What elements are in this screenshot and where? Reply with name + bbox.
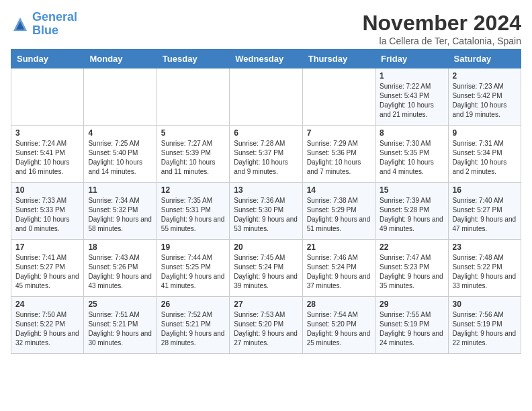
day-number: 26	[161, 300, 225, 309]
day-info: Sunrise: 7:22 AM Sunset: 5:43 PM Dayligh…	[380, 82, 443, 120]
calendar-cell: 28Sunrise: 7:54 AM Sunset: 5:20 PM Dayli…	[302, 297, 375, 354]
day-number: 6	[234, 128, 298, 138]
day-info: Sunrise: 7:51 AM Sunset: 5:21 PM Dayligh…	[88, 310, 152, 348]
day-info: Sunrise: 7:45 AM Sunset: 5:24 PM Dayligh…	[234, 253, 298, 291]
calendar-cell: 2Sunrise: 7:23 AM Sunset: 5:42 PM Daylig…	[448, 68, 521, 126]
calendar-cell: 20Sunrise: 7:45 AM Sunset: 5:24 PM Dayli…	[230, 240, 302, 297]
day-number: 16	[453, 185, 517, 195]
calendar-cell: 5Sunrise: 7:27 AM Sunset: 5:39 PM Daylig…	[157, 126, 229, 183]
day-number: 13	[234, 185, 298, 195]
day-info: Sunrise: 7:25 AM Sunset: 5:40 PM Dayligh…	[88, 139, 152, 177]
day-number: 30	[453, 300, 517, 309]
calendar-title: November 2024	[362, 11, 521, 36]
day-info: Sunrise: 7:30 AM Sunset: 5:35 PM Dayligh…	[380, 139, 443, 177]
calendar-cell: 18Sunrise: 7:43 AM Sunset: 5:26 PM Dayli…	[84, 240, 157, 297]
calendar-cell: 9Sunrise: 7:31 AM Sunset: 5:34 PM Daylig…	[448, 126, 521, 183]
calendar-subtitle: la Cellera de Ter, Catalonia, Spain	[362, 36, 521, 46]
logo-icon	[11, 15, 30, 34]
calendar-week-3: 10Sunrise: 7:33 AM Sunset: 5:33 PM Dayli…	[11, 183, 521, 240]
day-number: 2	[453, 71, 517, 81]
calendar-header: Sunday Monday Tuesday Wednesday Thursday…	[11, 50, 521, 68]
day-number: 23	[453, 242, 517, 252]
calendar-cell: 10Sunrise: 7:33 AM Sunset: 5:33 PM Dayli…	[11, 183, 84, 240]
day-info: Sunrise: 7:39 AM Sunset: 5:28 PM Dayligh…	[380, 196, 443, 234]
day-info: Sunrise: 7:27 AM Sunset: 5:39 PM Dayligh…	[161, 139, 225, 177]
day-info: Sunrise: 7:54 AM Sunset: 5:20 PM Dayligh…	[307, 310, 371, 348]
calendar-cell: 4Sunrise: 7:25 AM Sunset: 5:40 PM Daylig…	[84, 126, 157, 183]
day-info: Sunrise: 7:35 AM Sunset: 5:31 PM Dayligh…	[161, 196, 225, 234]
calendar-cell: 25Sunrise: 7:51 AM Sunset: 5:21 PM Dayli…	[84, 297, 157, 354]
day-info: Sunrise: 7:46 AM Sunset: 5:24 PM Dayligh…	[307, 253, 371, 291]
day-number: 8	[380, 128, 443, 138]
calendar-cell: 26Sunrise: 7:52 AM Sunset: 5:21 PM Dayli…	[157, 297, 229, 354]
day-number: 7	[307, 128, 371, 138]
title-area: November 2024 la Cellera de Ter, Catalon…	[362, 11, 521, 46]
day-info: Sunrise: 7:48 AM Sunset: 5:22 PM Dayligh…	[453, 253, 517, 291]
calendar-cell: 13Sunrise: 7:36 AM Sunset: 5:30 PM Dayli…	[230, 183, 302, 240]
day-number: 25	[88, 300, 152, 309]
header: General Blue November 2024 la Cellera de…	[11, 11, 521, 46]
calendar-cell: 3Sunrise: 7:24 AM Sunset: 5:41 PM Daylig…	[11, 126, 84, 183]
logo: General Blue	[11, 11, 77, 38]
header-wednesday: Wednesday	[230, 50, 302, 68]
day-number: 28	[307, 300, 371, 309]
day-info: Sunrise: 7:38 AM Sunset: 5:29 PM Dayligh…	[307, 196, 371, 234]
day-info: Sunrise: 7:24 AM Sunset: 5:41 PM Dayligh…	[15, 139, 79, 177]
day-number: 12	[161, 185, 225, 195]
header-monday: Monday	[84, 50, 157, 68]
day-info: Sunrise: 7:29 AM Sunset: 5:36 PM Dayligh…	[307, 139, 371, 177]
day-info: Sunrise: 7:33 AM Sunset: 5:33 PM Dayligh…	[15, 196, 79, 234]
day-info: Sunrise: 7:40 AM Sunset: 5:27 PM Dayligh…	[453, 196, 517, 234]
day-info: Sunrise: 7:41 AM Sunset: 5:27 PM Dayligh…	[15, 253, 79, 291]
calendar-cell: 16Sunrise: 7:40 AM Sunset: 5:27 PM Dayli…	[448, 183, 521, 240]
calendar-cell: 21Sunrise: 7:46 AM Sunset: 5:24 PM Dayli…	[302, 240, 375, 297]
header-friday: Friday	[375, 50, 448, 68]
calendar-week-1: 1Sunrise: 7:22 AM Sunset: 5:43 PM Daylig…	[11, 68, 521, 126]
day-number: 17	[15, 242, 79, 252]
day-number: 24	[15, 300, 79, 309]
calendar-cell: 1Sunrise: 7:22 AM Sunset: 5:43 PM Daylig…	[375, 68, 448, 126]
calendar-cell	[157, 68, 229, 126]
day-info: Sunrise: 7:31 AM Sunset: 5:34 PM Dayligh…	[453, 139, 517, 177]
day-number: 19	[161, 242, 225, 252]
calendar-cell: 30Sunrise: 7:56 AM Sunset: 5:19 PM Dayli…	[448, 297, 521, 354]
day-number: 15	[380, 185, 443, 195]
calendar-cell	[11, 68, 84, 126]
day-info: Sunrise: 7:23 AM Sunset: 5:42 PM Dayligh…	[453, 82, 517, 120]
calendar-cell: 24Sunrise: 7:50 AM Sunset: 5:22 PM Dayli…	[11, 297, 84, 354]
calendar-week-4: 17Sunrise: 7:41 AM Sunset: 5:27 PM Dayli…	[11, 240, 521, 297]
day-info: Sunrise: 7:28 AM Sunset: 5:37 PM Dayligh…	[234, 139, 298, 177]
calendar-cell: 7Sunrise: 7:29 AM Sunset: 5:36 PM Daylig…	[302, 126, 375, 183]
logo-text: General Blue	[32, 11, 77, 38]
day-number: 29	[380, 300, 443, 309]
header-row: Sunday Monday Tuesday Wednesday Thursday…	[11, 50, 521, 68]
calendar-cell: 8Sunrise: 7:30 AM Sunset: 5:35 PM Daylig…	[375, 126, 448, 183]
calendar-cell	[302, 68, 375, 126]
day-number: 9	[453, 128, 517, 138]
header-sunday: Sunday	[11, 50, 84, 68]
calendar-body: 1Sunrise: 7:22 AM Sunset: 5:43 PM Daylig…	[11, 68, 521, 354]
day-info: Sunrise: 7:43 AM Sunset: 5:26 PM Dayligh…	[88, 253, 152, 291]
calendar-cell: 15Sunrise: 7:39 AM Sunset: 5:28 PM Dayli…	[375, 183, 448, 240]
day-number: 3	[15, 128, 79, 138]
calendar-cell: 14Sunrise: 7:38 AM Sunset: 5:29 PM Dayli…	[302, 183, 375, 240]
day-info: Sunrise: 7:56 AM Sunset: 5:19 PM Dayligh…	[453, 310, 517, 348]
day-info: Sunrise: 7:50 AM Sunset: 5:22 PM Dayligh…	[15, 310, 79, 348]
calendar-cell: 27Sunrise: 7:53 AM Sunset: 5:20 PM Dayli…	[230, 297, 302, 354]
day-number: 5	[161, 128, 225, 138]
day-info: Sunrise: 7:52 AM Sunset: 5:21 PM Dayligh…	[161, 310, 225, 348]
calendar-cell: 19Sunrise: 7:44 AM Sunset: 5:25 PM Dayli…	[157, 240, 229, 297]
day-number: 21	[307, 242, 371, 252]
calendar-cell: 6Sunrise: 7:28 AM Sunset: 5:37 PM Daylig…	[230, 126, 302, 183]
header-saturday: Saturday	[448, 50, 521, 68]
calendar-cell	[230, 68, 302, 126]
day-info: Sunrise: 7:55 AM Sunset: 5:19 PM Dayligh…	[380, 310, 443, 348]
header-tuesday: Tuesday	[157, 50, 229, 68]
day-info: Sunrise: 7:53 AM Sunset: 5:20 PM Dayligh…	[234, 310, 298, 348]
day-info: Sunrise: 7:44 AM Sunset: 5:25 PM Dayligh…	[161, 253, 225, 291]
day-number: 11	[88, 185, 152, 195]
calendar-week-5: 24Sunrise: 7:50 AM Sunset: 5:22 PM Dayli…	[11, 297, 521, 354]
header-thursday: Thursday	[302, 50, 375, 68]
day-info: Sunrise: 7:34 AM Sunset: 5:32 PM Dayligh…	[88, 196, 152, 234]
day-info: Sunrise: 7:47 AM Sunset: 5:23 PM Dayligh…	[380, 253, 443, 291]
